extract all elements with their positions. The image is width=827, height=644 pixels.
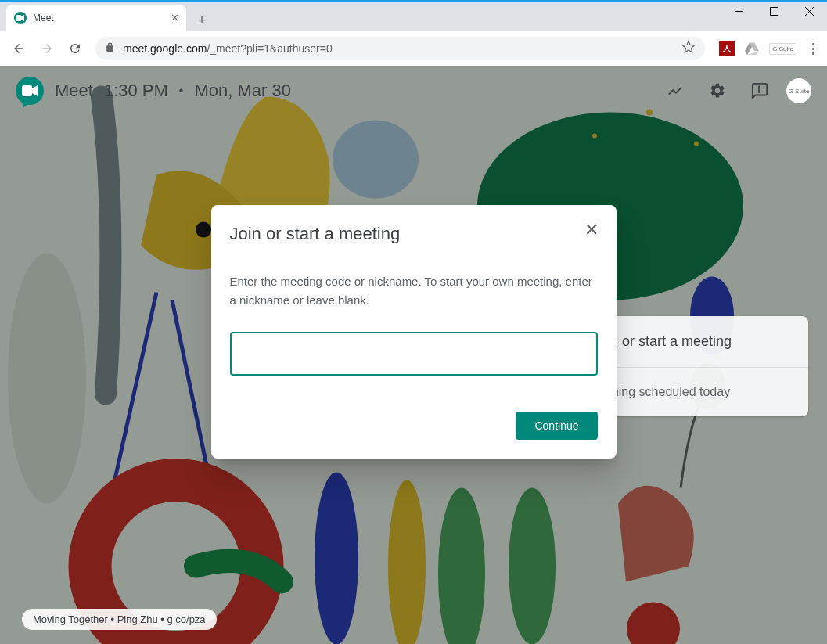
- dialog-actions: Continue: [230, 412, 598, 440]
- window-close-button[interactable]: [792, 0, 827, 22]
- minimize-button[interactable]: [721, 0, 757, 22]
- maximize-button[interactable]: [757, 0, 792, 22]
- lock-icon: [105, 42, 115, 55]
- svg-rect-1: [771, 7, 778, 15]
- dialog-title: Join or start a meeting: [230, 224, 598, 244]
- back-button[interactable]: [6, 36, 31, 61]
- svg-rect-2: [16, 15, 21, 21]
- new-tab-button[interactable]: +: [191, 9, 213, 31]
- extension-icons: 人 G Suite: [713, 41, 803, 56]
- tab-title: Meet: [33, 13, 165, 23]
- meet-app: Meet 1:30 PM • Mon, Mar 30 G Suite Join …: [0, 66, 827, 644]
- browser-menu-button[interactable]: [806, 43, 821, 55]
- pdf-extension-icon[interactable]: 人: [719, 41, 735, 56]
- browser-tab[interactable]: Meet ×: [6, 5, 186, 31]
- bookmark-star-icon[interactable]: [681, 40, 696, 57]
- tab-strip: Meet × +: [0, 2, 827, 31]
- dialog-close-button[interactable]: ✕: [582, 221, 601, 239]
- reload-button[interactable]: [63, 36, 88, 61]
- join-start-dialog: ✕ Join or start a meeting Enter the meet…: [211, 205, 617, 459]
- address-bar[interactable]: meet.google.com/_meet?pli=1&authuser=0: [95, 37, 705, 60]
- tab-close-icon[interactable]: ×: [171, 11, 178, 25]
- meet-favicon-icon: [14, 12, 27, 24]
- url-text: meet.google.com/_meet?pli=1&authuser=0: [123, 42, 674, 55]
- dialog-scrim: ✕ Join or start a meeting Enter the meet…: [0, 66, 827, 644]
- svg-rect-0: [735, 11, 743, 12]
- meeting-code-input[interactable]: [230, 332, 598, 376]
- window-controls: [721, 0, 827, 22]
- drive-extension-icon[interactable]: [744, 41, 760, 56]
- url-path: /_meet?pli=1&authuser=0: [207, 42, 332, 55]
- browser-chrome: Meet × + meet.google.com/_meet?pli=1&aut…: [0, 2, 827, 66]
- dialog-body-text: Enter the meeting code or nickname. To s…: [230, 272, 598, 310]
- browser-toolbar: meet.google.com/_meet?pli=1&authuser=0 人…: [0, 31, 827, 66]
- continue-button[interactable]: Continue: [516, 412, 597, 440]
- gsuite-extension-icon[interactable]: G Suite: [769, 43, 796, 55]
- forward-button[interactable]: [34, 36, 59, 61]
- url-host: meet.google.com: [123, 42, 207, 55]
